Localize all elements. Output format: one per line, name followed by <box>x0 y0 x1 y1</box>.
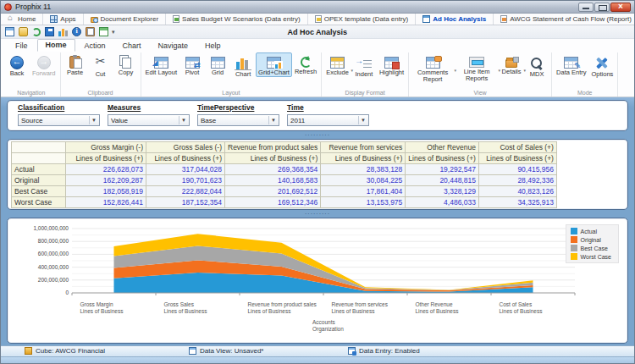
new-item-icon[interactable] <box>19 27 28 36</box>
tab-bar: HomeAppsDocument ExplorerSales Budget W … <box>1 14 634 25</box>
export-icon[interactable] <box>99 27 108 36</box>
data-cell[interactable]: 90,415,956 <box>478 164 556 175</box>
ribbon-group-label: Navigation <box>4 90 58 97</box>
paste-icon[interactable] <box>86 27 95 36</box>
tab-home[interactable]: Home <box>1 14 43 25</box>
exclude-button[interactable]: Exclude▾ <box>323 52 351 77</box>
minimize-button[interactable] <box>578 3 594 12</box>
data-cell[interactable]: 13,153,975 <box>321 197 406 208</box>
ribbon-button-label: Grid+Chart <box>258 69 290 76</box>
tab-apps[interactable]: Apps <box>43 14 83 25</box>
filter-dropdown-timeperspective[interactable]: Base▼ <box>197 114 279 126</box>
grid-corner-cell <box>12 142 66 153</box>
data-cell[interactable]: 28,492,336 <box>478 175 556 186</box>
grid-button[interactable]: Grid <box>205 52 230 77</box>
legend-swatch <box>571 228 577 234</box>
data-cell[interactable]: 226,628,073 <box>66 164 146 175</box>
mdx-button[interactable]: MDX <box>524 52 549 79</box>
refresh-button[interactable]: Refresh <box>292 52 319 76</box>
content-area: ClassificationSource▼MeasuresValue▼TimeP… <box>1 97 634 345</box>
tab-sales-budget-w-scenarios-data-entry[interactable]: Sales Budget W Scenarios (Data entry) <box>166 14 308 25</box>
data-cell[interactable]: 169,512,346 <box>225 197 321 208</box>
grid-view-icon[interactable] <box>5 27 14 36</box>
data-cell[interactable]: 4,486,033 <box>406 197 479 208</box>
highlight-button[interactable]: Highlight <box>377 52 406 77</box>
grid-chart-button[interactable]: Grid+Chart <box>256 52 292 77</box>
comments-report-button[interactable]: Comments Report▾ <box>411 52 455 84</box>
menu-tab-chart[interactable]: Chart <box>115 41 149 52</box>
menu-tab-navigate[interactable]: Navigate <box>151 41 196 52</box>
splitter-bottom[interactable]: ········· <box>7 210 628 218</box>
data-cell[interactable]: 201,692,512 <box>225 186 321 197</box>
tab-awcg-statement-of-cash-flow-report[interactable]: AWCG Statement of Cash Flow (Report) <box>494 14 635 25</box>
axis-title-organization: Organization <box>312 326 344 333</box>
row-header: Actual <box>12 164 66 175</box>
pivot-button[interactable]: Pivot <box>179 52 205 77</box>
data-cell[interactable]: 182,058,919 <box>66 186 146 197</box>
status-label: Cube: AWCG Financial <box>36 347 105 355</box>
menu-tab-action[interactable]: Action <box>77 41 113 52</box>
data-entry-button[interactable]: Data Entry <box>554 52 588 77</box>
copy-button[interactable]: Copy <box>113 52 139 77</box>
options-button[interactable]: Options <box>589 52 616 79</box>
tab-label: Document Explorer <box>101 15 158 23</box>
splitter-top[interactable]: ········· <box>7 131 628 139</box>
chart-icon[interactable] <box>58 27 68 36</box>
indent-button[interactable]: Indent <box>351 52 377 79</box>
chart-button[interactable]: Chart <box>230 52 256 79</box>
filter-dropdown-measures[interactable]: Value▼ <box>108 114 190 126</box>
menu-tab-help[interactable]: Help <box>197 41 229 52</box>
line-item-reports-button[interactable]: Line Item Reports▾ <box>455 52 499 83</box>
edit-layout-button[interactable]: Edit Layout <box>143 52 180 77</box>
save-icon[interactable] <box>45 27 54 36</box>
ribbon-button-label: Copy <box>116 69 136 76</box>
back-button[interactable]: Back <box>4 52 30 78</box>
ribbon-group-label: View <box>411 90 549 97</box>
forward-button[interactable]: Forward <box>30 52 58 78</box>
chart-legend: ActualOriginalBest CaseWorst Case <box>566 224 619 263</box>
tab-opex-template-data-entry[interactable]: OPEX template (Data entry) <box>308 14 417 25</box>
data-cell[interactable]: 3,328,129 <box>406 186 479 197</box>
data-cell[interactable]: 222,882,044 <box>146 186 225 197</box>
data-cell[interactable]: 28,383,128 <box>321 164 406 175</box>
comments-report-icon <box>426 57 440 69</box>
options-icon <box>594 56 610 70</box>
splitter-handle: ········· <box>305 212 330 216</box>
maximize-button[interactable] <box>594 3 610 12</box>
status-label: Data Entry: Enabled <box>359 347 420 355</box>
refresh-icon[interactable] <box>32 28 41 36</box>
data-cell[interactable]: 317,044,028 <box>146 164 225 175</box>
data-entry-icon <box>348 347 356 355</box>
data-cell[interactable]: 190,701,623 <box>146 175 225 186</box>
data-cell[interactable]: 162,209,287 <box>66 175 146 186</box>
cut-button[interactable]: Cut <box>88 52 113 79</box>
data-cell[interactable]: 19,292,547 <box>406 164 479 175</box>
data-cell[interactable]: 20,448,815 <box>406 175 479 186</box>
tab-document-explorer[interactable]: Document Explorer <box>84 14 166 25</box>
table-row: Worst Case152,826,441187,152,354169,512,… <box>12 197 557 208</box>
menu-tab-file[interactable]: File <box>8 41 36 52</box>
cut-icon <box>92 56 109 70</box>
info-icon[interactable] <box>72 27 81 36</box>
data-cell[interactable]: 269,368,354 <box>225 164 321 175</box>
legend-entry-best-case: Best Case <box>571 245 611 251</box>
data-cell[interactable]: 140,168,583 <box>225 175 321 186</box>
close-button[interactable] <box>610 3 631 12</box>
data-cell[interactable]: 30,084,225 <box>321 175 406 186</box>
data-cell[interactable]: 34,325,913 <box>478 197 556 208</box>
ribbon-button-label: Data Entry <box>556 69 586 76</box>
tab-ad-hoc-analysis[interactable]: Ad Hoc Analysis <box>416 14 494 25</box>
category-sublabel: Lines of Business <box>416 308 497 315</box>
menu-tab-home[interactable]: Home <box>37 39 75 52</box>
details-button[interactable]: Details▾ <box>499 52 524 76</box>
data-cell[interactable]: 187,152,354 <box>146 197 225 208</box>
ribbon-button-label: Grid <box>207 69 228 76</box>
filter-dropdown-classification[interactable]: Source▼ <box>18 114 100 126</box>
data-cell[interactable]: 17,861,404 <box>321 186 406 197</box>
paste-button[interactable]: Paste <box>63 52 88 77</box>
data-cell[interactable]: 152,826,441 <box>66 197 146 208</box>
table-row: Best Case182,058,919222,882,044201,692,5… <box>12 186 557 197</box>
filter-dropdown-time[interactable]: 2011▼ <box>287 114 369 126</box>
chart-icon <box>235 56 251 70</box>
data-cell[interactable]: 40,823,126 <box>478 186 556 197</box>
